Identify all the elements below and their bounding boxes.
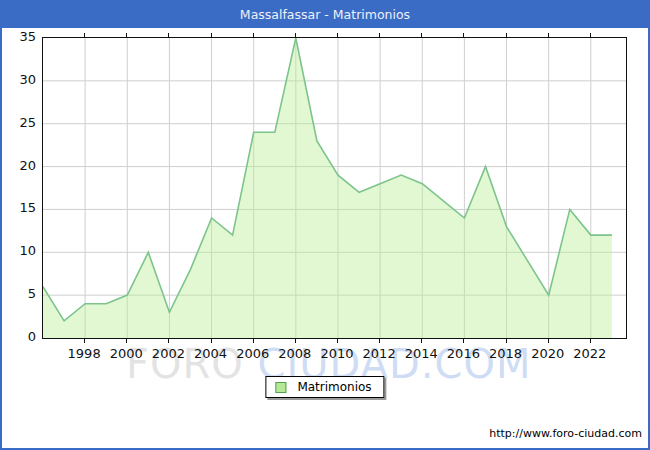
- y-tick-label: 30: [2, 72, 36, 87]
- legend-swatch-icon: [275, 382, 286, 393]
- axis-tick: [168, 33, 169, 37]
- chart-title: Massalfassar - Matrimonios: [2, 2, 648, 28]
- x-tick-label: 2002: [152, 346, 185, 361]
- axis-tick: [253, 33, 254, 37]
- x-tick-label: 2018: [489, 346, 522, 361]
- y-tick-label: 35: [2, 29, 36, 44]
- axis-tick: [463, 339, 464, 343]
- axis-tick: [421, 33, 422, 37]
- axis-tick: [126, 339, 127, 343]
- x-tick-label: 1998: [68, 346, 101, 361]
- axis-tick: [463, 33, 464, 37]
- x-tick-label: 2012: [363, 346, 396, 361]
- x-tick-label: 2000: [110, 346, 143, 361]
- y-tick-label: 25: [2, 115, 36, 130]
- y-tick-label: 15: [2, 200, 36, 215]
- matrimonios-area-chart: [43, 38, 626, 338]
- x-tick-label: 2008: [278, 346, 311, 361]
- axis-tick: [590, 339, 591, 343]
- axis-tick: [548, 339, 549, 343]
- x-tick-label: 2022: [573, 346, 606, 361]
- axis-tick: [590, 33, 591, 37]
- source-url: http://www.foro-ciudad.com: [489, 427, 642, 440]
- x-tick-label: 2014: [405, 346, 438, 361]
- axis-tick: [548, 33, 549, 37]
- x-tick-label: 2016: [447, 346, 480, 361]
- axis-tick: [211, 33, 212, 37]
- x-tick-label: 2006: [236, 346, 269, 361]
- y-tick-label: 10: [2, 243, 36, 258]
- chart-window: Massalfassar - Matrimonios 0510152025303…: [0, 0, 650, 450]
- axis-tick: [126, 33, 127, 37]
- axis-tick: [421, 339, 422, 343]
- axis-tick: [211, 339, 212, 343]
- y-tick-label: 5: [2, 286, 36, 301]
- x-tick-label: 2004: [194, 346, 227, 361]
- plot-area: [42, 37, 627, 339]
- x-tick-label: 2020: [531, 346, 564, 361]
- axis-tick: [379, 33, 380, 37]
- axis-tick: [295, 33, 296, 37]
- axis-tick: [337, 339, 338, 343]
- y-tick-label: 0: [2, 329, 36, 344]
- axis-tick: [84, 33, 85, 37]
- axis-tick: [379, 339, 380, 343]
- axis-tick: [253, 339, 254, 343]
- legend: Matrimonios: [265, 376, 384, 398]
- axis-tick: [506, 339, 507, 343]
- axis-tick: [84, 339, 85, 343]
- axis-tick: [295, 339, 296, 343]
- axis-tick: [337, 33, 338, 37]
- axis-tick: [506, 33, 507, 37]
- legend-label: Matrimonios: [297, 380, 371, 394]
- y-tick-label: 20: [2, 158, 36, 173]
- axis-tick: [168, 339, 169, 343]
- x-tick-label: 2010: [320, 346, 353, 361]
